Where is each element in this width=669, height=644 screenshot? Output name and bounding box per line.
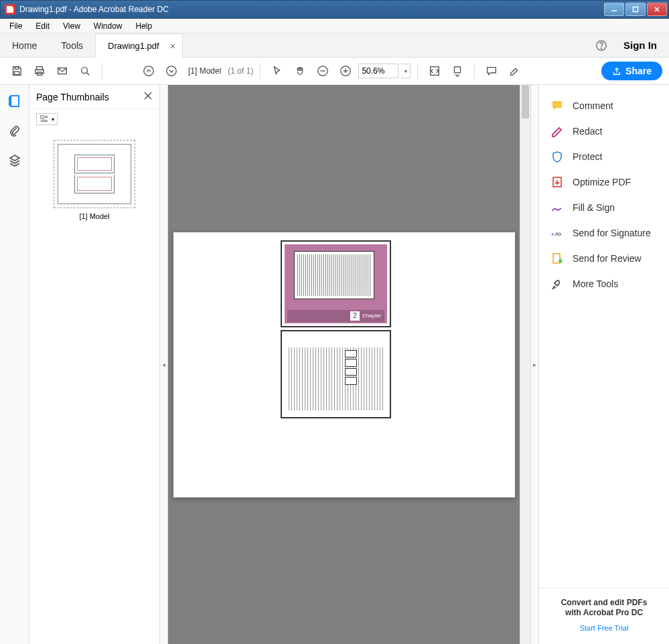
tools-list: Comment Redact Protect Optimize PDF Fill… [539,85,669,588]
promo-line1: Convert and edit PDFs [561,598,648,607]
print-button[interactable] [29,61,50,81]
app-icon [5,4,15,15]
tool-more[interactable]: More Tools [539,271,669,297]
svg-rect-35 [553,254,560,263]
promo-panel: Convert and edit PDFs with Acrobat Pro D… [539,588,669,644]
annotate-button[interactable] [481,61,502,81]
window-minimize-button[interactable] [604,3,624,16]
zoom-dropdown[interactable]: ▾ [401,64,411,78]
help-button[interactable] [591,33,611,57]
document-tab-label: Drawing1.pdf [108,41,159,51]
zoom-out-button[interactable] [313,61,333,81]
page-down-button[interactable] [161,61,181,81]
svg-rect-9 [35,70,44,73]
svg-rect-27 [41,116,44,118]
tool-optimize[interactable]: Optimize PDF [539,169,669,195]
share-button-label: Share [625,66,652,76]
search-button[interactable] [75,61,95,81]
chapter-number: 2 [350,311,360,321]
toolbar: [1] Model (1 of 1) ▾ Share [0,58,669,85]
page-label: [1] Model [184,66,225,76]
svg-rect-1 [634,7,638,12]
svg-text:Ab: Ab [554,231,561,237]
menu-window[interactable]: Window [87,20,129,32]
svg-point-5 [601,48,601,48]
window-titlebar: Drawing1.pdf - Adobe Acrobat Reader DC [0,0,669,19]
tool-protect[interactable]: Protect [539,144,669,169]
page-up-button[interactable] [139,61,159,81]
zoom-in-button[interactable] [336,61,356,81]
scrollbar-thumb[interactable] [522,85,529,118]
svg-point-14 [144,66,153,76]
collapse-left-handle[interactable]: ◂ [160,85,168,644]
svg-rect-22 [455,67,461,73]
email-button[interactable] [52,61,72,81]
svg-rect-6 [15,67,18,70]
protect-icon [551,151,563,163]
hand-tool-button[interactable] [290,61,310,81]
share-button[interactable]: Share [601,62,662,80]
collapse-right-handle[interactable]: ▸ [530,85,538,644]
vertical-scrollbar[interactable] [520,85,530,644]
svg-rect-21 [431,67,439,76]
thumbnails-panel: Page Thumbnails ▾ [1] Model [29,85,160,644]
send-signature-icon: xAb [551,227,563,239]
tab-home[interactable]: Home [0,33,49,57]
send-review-icon [551,252,563,264]
thumbnail-preview [58,144,131,204]
chapter-label: Chapter [362,313,381,319]
comment-icon [551,100,563,112]
start-free-trial-link[interactable]: Start Free Trial [547,624,661,632]
optimize-icon [551,176,563,188]
highlight-button[interactable] [504,61,524,81]
svg-rect-8 [37,67,43,70]
thumbnails-options-button[interactable]: ▾ [36,113,58,125]
tool-fill-sign[interactable]: Fill & Sign [539,195,669,220]
viewport[interactable]: 2 Chapter [168,85,520,644]
tool-comment[interactable]: Comment [539,93,669,118]
document-tab-close-icon[interactable]: × [170,41,175,52]
svg-rect-24 [9,97,11,105]
redact-icon [551,125,563,137]
save-button[interactable] [7,61,27,81]
svg-point-12 [82,68,88,74]
svg-text:x: x [551,231,554,237]
menu-file[interactable]: File [3,20,29,32]
menubar: File Edit View Window Help [0,19,669,33]
page-canvas: 2 Chapter [173,232,515,497]
sign-in-button[interactable]: Sign In [611,33,669,57]
document-viewer: 2 Chapter [168,85,530,644]
more-tools-icon [551,278,563,290]
thumbnail-label: [1] Model [79,212,109,220]
svg-rect-23 [11,96,19,106]
page-count: (1 of 1) [228,66,253,76]
layers-rail-button[interactable] [7,152,23,168]
window-close-button[interactable] [647,3,667,16]
attachments-rail-button[interactable] [7,123,23,139]
svg-point-15 [167,66,176,76]
menu-edit[interactable]: Edit [29,20,56,32]
tab-row: Home Tools Drawing1.pdf × Sign In [0,33,669,58]
fill-sign-icon [551,202,563,214]
svg-rect-7 [14,72,19,75]
tool-send-signature[interactable]: xAb Send for Signature [539,220,669,246]
thumbnails-rail-button[interactable] [7,93,23,109]
menu-help[interactable]: Help [129,20,159,32]
fit-width-button[interactable] [425,61,445,81]
left-rail [0,85,29,644]
page-thumbnail[interactable] [54,140,135,208]
svg-line-13 [87,73,90,76]
window-maximize-button[interactable] [625,3,646,16]
thumbnails-panel-title: Page Thumbnails [36,92,109,102]
thumbnails-panel-close-icon[interactable] [143,91,153,102]
tab-tools[interactable]: Tools [49,33,95,57]
document-tab[interactable]: Drawing1.pdf × [95,33,183,58]
select-tool-button[interactable] [267,61,287,81]
right-tools-panel: Comment Redact Protect Optimize PDF Fill… [538,85,669,644]
tool-redact[interactable]: Redact [539,118,669,144]
menu-view[interactable]: View [56,20,87,32]
window-title: Drawing1.pdf - Adobe Acrobat Reader DC [19,5,604,14]
zoom-input[interactable] [358,64,398,78]
fit-page-button[interactable] [447,61,467,81]
tool-send-review[interactable]: Send for Review [539,246,669,271]
